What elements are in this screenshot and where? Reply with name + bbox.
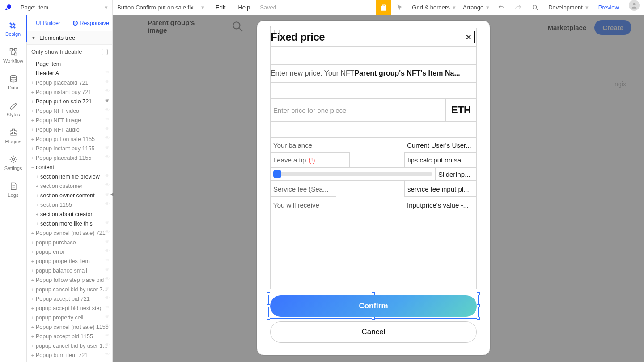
tree-item[interactable]: +Popup instant buy 721👁 (27, 87, 112, 97)
tree-item[interactable]: +section item file preview👁 (27, 172, 112, 181)
confirm-button[interactable]: Confirm (270, 295, 477, 317)
visibility-icon[interactable]: 👁 (105, 192, 110, 197)
gift-button[interactable] (376, 0, 391, 15)
expand-icon[interactable]: + (30, 80, 35, 85)
expand-icon[interactable]: + (30, 343, 35, 349)
visibility-icon[interactable]: 👁 (105, 183, 110, 187)
visibility-icon[interactable]: 👁 (105, 324, 110, 328)
user-avatar[interactable] (629, 0, 640, 11)
expand-icon[interactable]: + (30, 324, 35, 330)
expand-icon[interactable]: + (35, 174, 39, 179)
visibility-icon[interactable]: 👁 (105, 201, 110, 206)
tree-item[interactable]: +Popup cancel (not sale) 721👁 (27, 228, 112, 238)
visibility-icon[interactable]: 👁 (105, 230, 110, 234)
expand-icon[interactable]: + (30, 99, 35, 104)
panel-resize-handle[interactable]: ◀ (110, 191, 115, 197)
tree-item[interactable]: +Popup put on sale 721👁 (27, 97, 112, 106)
visibility-icon[interactable]: 👁 (105, 220, 110, 225)
visibility-icon[interactable]: 👁 (105, 248, 110, 253)
tip-slider[interactable] (270, 167, 436, 181)
tree-item[interactable]: +Popup placeabid 1155👁 (27, 153, 112, 162)
tree-item[interactable]: +section customer👁 (27, 181, 112, 191)
visibility-icon[interactable]: 👁 (105, 267, 110, 272)
visibility-icon[interactable]: 👁 (105, 79, 110, 84)
expand-icon[interactable]: + (30, 287, 35, 292)
help-menu[interactable]: Help (232, 0, 256, 15)
tree-item[interactable]: +Popup accept bid 721👁 (27, 294, 112, 303)
visibility-icon[interactable]: 👁 (105, 305, 110, 310)
visibility-icon[interactable]: 👁 (105, 126, 110, 131)
slider-thumb[interactable] (273, 170, 281, 178)
expand-icon[interactable]: + (30, 277, 35, 283)
expand-icon[interactable]: + (35, 212, 39, 217)
expand-icon[interactable]: + (30, 108, 35, 114)
expand-icon[interactable]: + (30, 259, 35, 264)
pointer-tool[interactable] (391, 0, 408, 15)
bubble-logo[interactable] (0, 0, 16, 15)
page-selector[interactable]: Page: item ▾ (16, 0, 113, 15)
tree-item[interactable]: +Popup burn item 721👁 (27, 350, 112, 360)
expand-icon[interactable]: + (30, 155, 35, 161)
expand-icon[interactable]: + (30, 306, 35, 311)
preview-link[interactable]: Preview (593, 0, 624, 15)
tree-item[interactable]: +Popup cancel (not sale) 1155👁 (27, 322, 112, 332)
tree-item[interactable]: +Popup NFT audio👁 (27, 125, 112, 134)
tree-item[interactable]: +section more like this👁 (27, 219, 112, 228)
expand-icon[interactable]: + (30, 230, 35, 236)
visibility-icon[interactable]: 👁 (105, 145, 110, 150)
elements-tree[interactable]: Page itemHeader A👁+Popup placeabid 721👁+… (27, 59, 112, 362)
arrange-menu[interactable]: Arrange ▾ (459, 0, 493, 15)
nav-workflow[interactable]: Workflow (0, 42, 26, 69)
nav-design[interactable]: Design (0, 15, 27, 42)
nav-data[interactable]: Data (0, 69, 26, 96)
price-input[interactable]: Enter price for one piece (270, 98, 445, 122)
tab-ui-builder[interactable]: UI Builder (27, 15, 70, 31)
expand-icon[interactable]: + (30, 146, 35, 151)
tree-item[interactable]: +popup cancel bid by user 7...👁 (27, 285, 112, 294)
tree-item[interactable]: +Popup put on sale 1155👁 (27, 134, 112, 144)
tree-item[interactable]: +Popup accept bid 1155👁 (27, 332, 112, 341)
expand-icon[interactable]: + (30, 118, 35, 123)
expand-icon[interactable]: + (30, 296, 35, 302)
tree-item[interactable]: +popup properties item👁 (27, 256, 112, 266)
visibility-icon[interactable]: 👁 (105, 333, 110, 338)
expand-icon[interactable]: + (30, 127, 35, 132)
expand-icon[interactable]: + (30, 315, 35, 320)
visibility-icon[interactable]: 👁 (105, 107, 110, 112)
tree-item[interactable]: −content (27, 162, 112, 172)
expand-icon[interactable]: + (30, 240, 35, 245)
expand-icon[interactable]: + (35, 202, 39, 208)
editor-canvas[interactable]: Marketplace Create Parent group's image … (113, 15, 644, 362)
visibility-icon[interactable]: 👁 (105, 154, 110, 159)
only-show-hideable-checkbox[interactable] (102, 49, 108, 55)
undo-button[interactable] (493, 0, 510, 15)
visibility-icon[interactable]: 👁 (105, 352, 110, 357)
visibility-icon[interactable]: 👁 (105, 136, 110, 141)
expand-icon[interactable]: + (30, 268, 35, 273)
close-button[interactable]: ✕ (462, 31, 475, 43)
visibility-icon[interactable]: 👁 (105, 342, 110, 347)
visibility-icon[interactable]: 👁 (105, 117, 110, 122)
expand-icon[interactable]: + (35, 193, 39, 198)
expand-icon[interactable]: + (30, 353, 35, 358)
tree-item[interactable]: +Popup placeabid 721👁 (27, 78, 112, 87)
expand-icon[interactable]: + (30, 249, 35, 255)
cancel-button[interactable]: Cancel (270, 321, 477, 343)
nav-styles[interactable]: Styles (0, 96, 26, 123)
visibility-icon[interactable]: 👁 (105, 98, 110, 103)
redo-button[interactable] (510, 0, 527, 15)
grid-borders-menu[interactable]: Grid & borders ▾ (408, 0, 459, 15)
development-menu[interactable]: Development ▾ (544, 0, 593, 15)
expand-icon[interactable]: + (30, 89, 35, 95)
tree-item[interactable]: Page item (27, 59, 112, 68)
visibility-icon[interactable]: 👁 (105, 89, 110, 94)
visibility-icon[interactable]: 👁 (105, 286, 110, 291)
nav-plugins[interactable]: Plugins (0, 123, 26, 149)
expand-icon[interactable]: + (30, 136, 35, 142)
element-selector[interactable]: Button Confirm put on sale fixed... ▾ (113, 0, 209, 15)
visibility-icon[interactable]: 👁 (105, 239, 110, 244)
nav-settings[interactable]: Settings (0, 149, 26, 176)
tree-item[interactable]: +Popup instant buy 1155👁 (27, 144, 112, 153)
visibility-icon[interactable]: 👁 (105, 173, 110, 178)
tree-item[interactable]: +popup balance small👁 (27, 266, 112, 275)
